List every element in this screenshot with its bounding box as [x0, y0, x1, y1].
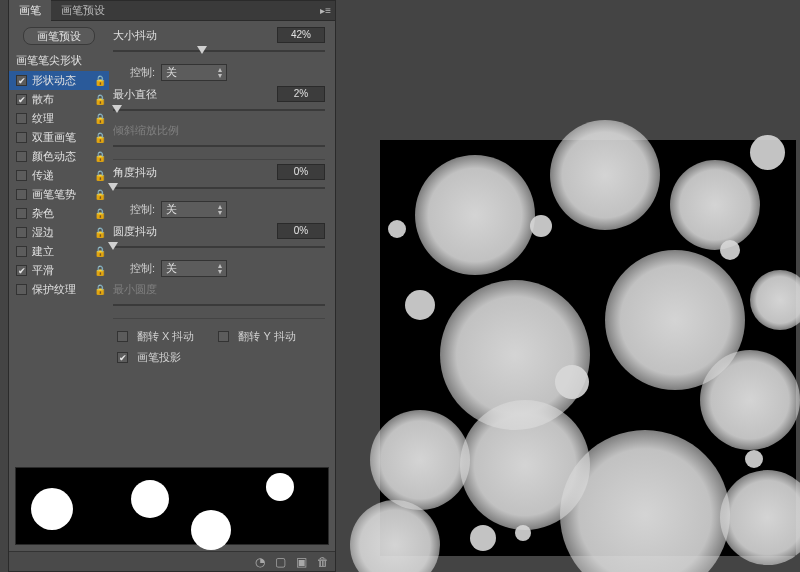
- toggle-preview-icon[interactable]: ◔: [255, 555, 265, 569]
- size-jitter-setting: 大小抖动 42%: [113, 27, 325, 56]
- control-row-2: 控制: 关 ▴▾: [113, 201, 325, 218]
- tilt-scale-slider: [113, 141, 325, 151]
- dropdown-arrows-icon: ▴▾: [218, 67, 222, 79]
- checkbox-icon[interactable]: [16, 246, 27, 257]
- setting-label: 最小圆度: [113, 282, 325, 297]
- option-smoothing[interactable]: 平滑 🔒: [9, 261, 109, 280]
- checkbox-icon[interactable]: [16, 94, 27, 105]
- option-shape-dynamics[interactable]: 形状动态 🔒: [9, 71, 109, 90]
- checkbox-icon[interactable]: [16, 113, 27, 124]
- option-label: 湿边: [32, 225, 94, 240]
- option-color-dynamics[interactable]: 颜色动态 🔒: [9, 147, 109, 166]
- option-label: 画笔笔势: [32, 187, 94, 202]
- roundness-jitter-slider[interactable]: [113, 242, 325, 252]
- dropdown-value: 关: [166, 261, 177, 276]
- tab-brush-presets[interactable]: 画笔预设: [51, 0, 115, 21]
- dropdown-value: 关: [166, 65, 177, 80]
- roundness-jitter-setting: 圆度抖动 0%: [113, 223, 325, 252]
- page-icon[interactable]: ▣: [296, 555, 307, 569]
- min-diameter-value[interactable]: 2%: [277, 86, 325, 102]
- dropdown-arrows-icon: ▴▾: [218, 204, 222, 216]
- option-texture[interactable]: 纹理 🔒: [9, 109, 109, 128]
- checkbox-label: 翻转 Y 抖动: [238, 329, 295, 344]
- min-diameter-setting: 最小直径 2%: [113, 86, 325, 115]
- checkbox-icon[interactable]: [16, 170, 27, 181]
- option-wet-edges[interactable]: 湿边 🔒: [9, 223, 109, 242]
- option-protect-texture[interactable]: 保护纹理 🔒: [9, 280, 109, 299]
- checkbox-icon[interactable]: [16, 132, 27, 143]
- setting-label: 圆度抖动: [113, 224, 277, 239]
- min-diameter-slider[interactable]: [113, 105, 325, 115]
- angle-jitter-value[interactable]: 0%: [277, 164, 325, 180]
- option-build-up[interactable]: 建立 🔒: [9, 242, 109, 261]
- tab-bar: 画笔 画笔预设 ▸≡: [9, 1, 335, 21]
- checkbox-label: 翻转 X 抖动: [137, 329, 194, 344]
- tab-brush[interactable]: 画笔: [9, 0, 51, 21]
- checkbox-icon[interactable]: [16, 227, 27, 238]
- lock-icon[interactable]: 🔒: [94, 189, 106, 201]
- option-label: 双重画笔: [32, 130, 94, 145]
- lock-icon[interactable]: 🔒: [94, 246, 106, 258]
- angle-jitter-slider[interactable]: [113, 183, 325, 193]
- trash-icon[interactable]: 🗑: [317, 555, 329, 569]
- size-jitter-slider[interactable]: [113, 46, 325, 56]
- brush-projection-checkbox[interactable]: 画笔投影: [117, 350, 181, 365]
- flip-x-checkbox[interactable]: 翻转 X 抖动: [117, 329, 194, 344]
- new-brush-icon[interactable]: ▢: [275, 555, 286, 569]
- brush-panel: 画笔 画笔预设 ▸≡ 画笔预设 画笔笔尖形状 形状动态 🔒 散布 🔒 纹理 🔒: [8, 0, 336, 572]
- control-row-3: 控制: 关 ▴▾: [113, 260, 325, 277]
- lock-icon[interactable]: 🔒: [94, 132, 106, 144]
- option-label: 传递: [32, 168, 94, 183]
- lock-icon[interactable]: 🔒: [94, 170, 106, 182]
- setting-label: 大小抖动: [113, 28, 277, 43]
- brush-tip-shape-label[interactable]: 画笔笔尖形状: [9, 51, 109, 71]
- lock-icon[interactable]: 🔒: [94, 284, 106, 296]
- checkbox-icon[interactable]: [16, 208, 27, 219]
- setting-label: 最小直径: [113, 87, 277, 102]
- option-dual-brush[interactable]: 双重画笔 🔒: [9, 128, 109, 147]
- option-label: 纹理: [32, 111, 94, 126]
- control-dropdown-2[interactable]: 关 ▴▾: [161, 201, 227, 218]
- dropdown-arrows-icon: ▴▾: [218, 263, 222, 275]
- min-roundness-setting: 最小圆度: [113, 282, 325, 310]
- lock-icon[interactable]: 🔒: [94, 113, 106, 125]
- angle-jitter-setting: 角度抖动 0%: [113, 164, 325, 193]
- option-label: 形状动态: [32, 73, 94, 88]
- tilt-scale-setting: 倾斜缩放比例: [113, 123, 325, 151]
- option-label: 建立: [32, 244, 94, 259]
- brush-presets-button[interactable]: 画笔预设: [23, 27, 95, 45]
- option-scattering[interactable]: 散布 🔒: [9, 90, 109, 109]
- panel-menu-icon[interactable]: ▸≡: [316, 5, 335, 16]
- checkbox-icon: [117, 331, 128, 342]
- flip-y-checkbox[interactable]: 翻转 Y 抖动: [218, 329, 295, 344]
- option-label: 颜色动态: [32, 149, 94, 164]
- option-label: 散布: [32, 92, 94, 107]
- control-dropdown-3[interactable]: 关 ▴▾: [161, 260, 227, 277]
- dropdown-value: 关: [166, 202, 177, 217]
- checkbox-icon[interactable]: [16, 189, 27, 200]
- lock-icon[interactable]: 🔒: [94, 151, 106, 163]
- checkbox-icon[interactable]: [16, 75, 27, 86]
- lock-icon[interactable]: 🔒: [94, 75, 106, 87]
- option-noise[interactable]: 杂色 🔒: [9, 204, 109, 223]
- lock-icon[interactable]: 🔒: [94, 227, 106, 239]
- setting-label: 角度抖动: [113, 165, 277, 180]
- control-row-1: 控制: 关 ▴▾: [113, 64, 325, 81]
- option-brush-pose[interactable]: 画笔笔势 🔒: [9, 185, 109, 204]
- lock-icon[interactable]: 🔒: [94, 208, 106, 220]
- lock-icon[interactable]: 🔒: [94, 265, 106, 277]
- option-transfer[interactable]: 传递 🔒: [9, 166, 109, 185]
- canvas-preview: [380, 140, 796, 556]
- roundness-jitter-value[interactable]: 0%: [277, 223, 325, 239]
- lock-icon[interactable]: 🔒: [94, 94, 106, 106]
- checkbox-label: 画笔投影: [137, 350, 181, 365]
- checkbox-icon[interactable]: [16, 151, 27, 162]
- size-jitter-value[interactable]: 42%: [277, 27, 325, 43]
- brush-stroke-preview: [15, 467, 329, 545]
- min-roundness-slider: [113, 300, 325, 310]
- checkbox-icon[interactable]: [16, 284, 27, 295]
- checkbox-icon[interactable]: [16, 265, 27, 276]
- control-label: 控制:: [113, 261, 155, 276]
- option-label: 平滑: [32, 263, 94, 278]
- control-dropdown-1[interactable]: 关 ▴▾: [161, 64, 227, 81]
